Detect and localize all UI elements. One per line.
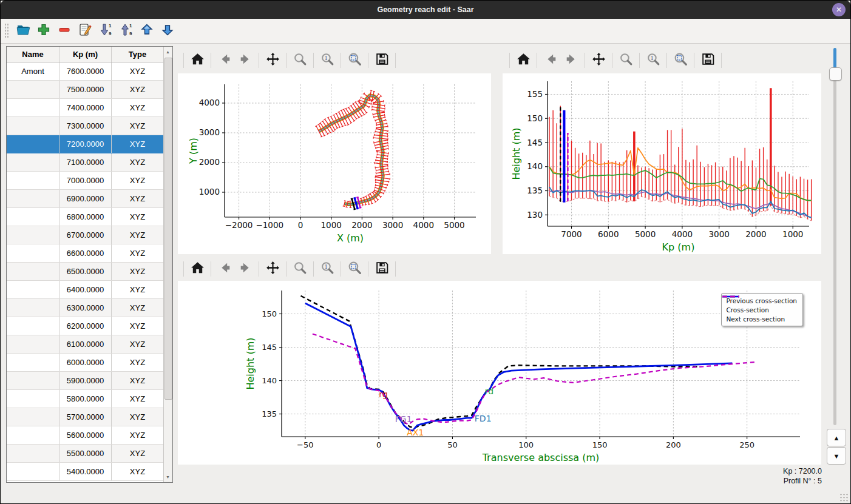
forward-button[interactable] [237,260,254,277]
zoom-rect-button[interactable] [346,52,363,69]
table-cell[interactable] [7,153,59,171]
zoom-rect-button[interactable] [346,260,363,277]
table-cell[interactable]: XYZ [112,81,163,98]
table-row[interactable]: Amont7600.0000XYZ [7,62,163,81]
table-cell[interactable] [7,81,59,98]
table-cell[interactable] [7,372,59,389]
zoom-button[interactable] [617,52,634,69]
zoom-one-button[interactable]: 1 [319,260,336,277]
table-cell[interactable] [7,390,59,408]
table-cell[interactable]: XYZ [112,335,163,353]
titlebar[interactable]: Geometry reach edit - Saar ✕ [1,1,850,19]
scroll-down-icon[interactable]: ▼ [164,472,172,482]
move-up-button[interactable] [138,22,156,40]
pan-button[interactable] [264,52,281,69]
table-cell[interactable]: 7600.0000 [59,62,112,80]
save-button[interactable] [373,260,390,277]
home-button[interactable] [189,52,206,69]
table-row[interactable]: 7500.0000XYZ [7,81,163,99]
table-cell[interactable] [7,354,59,371]
table-cell[interactable]: XYZ [112,135,163,153]
table-cell[interactable]: 6300.0000 [59,299,112,317]
table-cell[interactable]: 6600.0000 [59,244,112,262]
table-row[interactable]: 5800.0000XYZ [7,390,163,408]
table-cell[interactable] [7,263,59,280]
table-row[interactable]: 6600.0000XYZ [7,244,163,263]
table-cell[interactable]: 5500.0000 [59,445,112,462]
table-cell[interactable]: 7400.0000 [59,99,112,116]
table-row-selected[interactable]: 7200.0000XYZ [7,135,163,153]
table-cell[interactable]: 5800.0000 [59,390,112,408]
table-row[interactable]: 6400.0000XYZ [7,281,163,299]
zoom-rect-button[interactable] [672,52,689,69]
zoom-button[interactable] [291,52,308,69]
table-cell[interactable] [7,244,59,262]
table-cell[interactable] [7,117,59,135]
home-button[interactable] [189,260,206,277]
back-button[interactable] [216,52,233,69]
add-profile-button[interactable] [35,22,53,40]
table-cell[interactable]: XYZ [112,172,163,189]
table-cell[interactable]: XYZ [112,226,163,244]
kp-slider-handle[interactable] [829,67,842,81]
table-cell[interactable]: 5700.0000 [59,408,112,426]
table-row[interactable]: 6700.0000XYZ [7,226,163,244]
next-profile-button[interactable]: ▼ [827,447,846,465]
plan-view-chart[interactable]: −2000−1000010002000300040005000100020003… [178,73,491,254]
pan-button[interactable] [590,52,607,69]
pan-button[interactable] [264,260,281,277]
kp-slider-track[interactable] [833,48,836,425]
open-folder-button[interactable] [14,22,32,40]
table-cell[interactable]: XYZ [112,390,163,408]
table-cell[interactable] [7,208,59,226]
table-cell[interactable]: XYZ [112,317,163,335]
table-row[interactable]: 6100.0000XYZ [7,335,163,354]
table-cell[interactable]: XYZ [112,99,163,116]
table-cell[interactable]: 7000.0000 [59,172,112,189]
table-row[interactable]: 5500.0000XYZ [7,445,163,463]
table-cell[interactable]: XYZ [112,299,163,317]
save-button[interactable] [373,52,390,69]
table-cell[interactable]: XYZ [112,426,163,444]
edit-profile-button[interactable] [76,22,94,40]
table-cell[interactable] [7,408,59,426]
table-cell[interactable] [7,299,59,317]
previous-profile-button[interactable]: ▲ [827,429,846,446]
move-down-button[interactable] [158,22,177,40]
table-cell[interactable] [7,99,59,116]
toolbar-grip[interactable] [4,23,9,39]
table-cell[interactable]: XYZ [112,244,163,262]
table-cell[interactable] [7,426,59,444]
table-cell[interactable]: 6000.0000 [59,354,112,371]
table-cell[interactable]: 6500.0000 [59,263,112,280]
scroll-up-icon[interactable]: ▲ [164,47,172,56]
table-row[interactable]: 5900.0000XYZ [7,372,163,390]
resize-grip[interactable] [839,493,848,502]
table-cell[interactable]: XYZ [112,354,163,371]
longitudinal-profile-canvas[interactable]: 7000600050004000300020001000130135140145… [503,73,821,254]
table-cell[interactable]: 7200.0000 [59,135,112,153]
forward-button[interactable] [237,52,254,69]
table-cell[interactable]: 7300.0000 [59,117,112,135]
table-cell[interactable]: XYZ [112,281,163,298]
table-row[interactable]: 5400.0000XYZ [7,463,163,481]
save-button[interactable] [699,52,716,69]
table-cell[interactable]: XYZ [112,153,163,171]
table-cell[interactable] [7,463,59,480]
table-cell[interactable] [7,190,59,207]
column-header[interactable]: Type [112,47,163,62]
table-cell[interactable]: 6900.0000 [59,190,112,207]
column-header[interactable]: Kp (m) [59,47,112,62]
close-icon[interactable]: ✕ [832,3,846,16]
profile-table[interactable]: NameKp (m)TypeAmont7600.0000XYZ7500.0000… [7,47,163,482]
back-button[interactable] [542,52,559,69]
table-cell[interactable]: XYZ [112,208,163,226]
table-cell[interactable]: XYZ [112,190,163,207]
table-row[interactable]: 7300.0000XYZ [7,117,163,135]
zoom-one-button[interactable]: 1 [645,52,662,69]
table-cell[interactable]: Amont [7,62,59,80]
table-row[interactable]: 6000.0000XYZ [7,354,163,372]
table-scroll-thumb[interactable] [164,58,172,400]
forward-button[interactable] [563,52,580,69]
table-cell[interactable]: XYZ [112,117,163,135]
